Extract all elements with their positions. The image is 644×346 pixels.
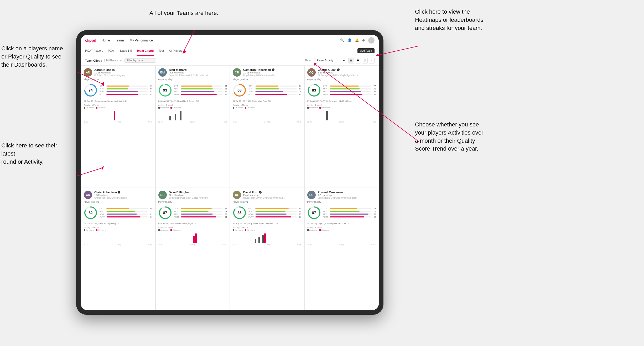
player-info: Dave Billingham Plus Handicap Sog Maging… [169, 191, 227, 199]
player-name[interactable]: David Ford ✓ [243, 191, 302, 194]
nav-teams[interactable]: Teams [115, 39, 124, 42]
stat-bar-bg [181, 94, 222, 95]
player-card[interactable]: CR Cameron Robertson ✓ 11-15 Handicap Ro… [230, 65, 304, 188]
ipad-screen: clippd Home Teams My Performance 🔍 👤 🔔 ⊕… [81, 35, 379, 310]
player-name[interactable]: Charlie Quick ✓ [318, 68, 376, 71]
player-handicap: 11-15 Handicap [94, 71, 153, 74]
stat-row: ARG 88 [174, 91, 227, 93]
quality-section[interactable]: 74 OTT 60 APP 58 ARG [84, 83, 153, 97]
tab-hcaps[interactable]: Hcaps 1-5 [119, 46, 132, 56]
quality-label: Player Quality ℹ [233, 78, 302, 81]
activity-legend: On course Off course [307, 229, 376, 231]
stat-bar-fill [181, 91, 214, 92]
stat-bar-fill [255, 211, 285, 212]
player-card[interactable]: DB Dave Billingham Plus Handicap Sog Mag… [155, 188, 230, 310]
stat-bar-fill [255, 208, 289, 209]
stat-value: 77 [372, 85, 376, 87]
stat-row: PUTT 86 [323, 93, 376, 96]
stat-value: 85 [223, 88, 227, 90]
stat-value: 85 [223, 213, 227, 215]
quality-section[interactable]: 68 OTT 61 APP 63 ARG [233, 83, 302, 97]
nav-my-performance[interactable]: My Performance [130, 39, 153, 42]
quality-section[interactable]: 85 OTT 89 APP 80 ARG [233, 206, 302, 220]
stat-bar-fill [255, 94, 287, 95]
quality-section[interactable]: 87 OTT 73 APP 79 ARG [307, 206, 376, 220]
stat-label: APP [323, 88, 329, 90]
legend-off-course: Off course [96, 229, 106, 231]
last-round[interactable]: 26 Aug 23 | 73 (+1), Royal North Devon G… [158, 99, 227, 102]
list-view-button[interactable]: ☰ [355, 58, 361, 63]
filter-input[interactable] [124, 58, 156, 63]
bell-icon[interactable]: 🔔 [355, 38, 359, 42]
last-round[interactable]: 02 Sep 23 | Sunset round to get back int… [84, 99, 153, 102]
player-handicap: 11-15 Handicap [243, 71, 302, 74]
quality-section[interactable]: 93 OTT 84 APP 85 ARG [158, 83, 227, 97]
quality-label: Player Quality ℹ [307, 78, 376, 81]
last-round[interactable]: 02 Jul 23 | 59 (+17), Craigmillar Park G… [233, 99, 302, 102]
activity-section: Activity · 1 Month On course Off course … [307, 104, 376, 123]
player-name[interactable]: Aaron Nicholls [94, 68, 153, 71]
last-round[interactable]: 03 Mar 23 | 19, Must make putting → [84, 221, 153, 225]
stat-label: PUTT [323, 93, 329, 96]
last-round[interactable]: 18 Jul 23 | 74 (+3), Sunningdale GC - Ol… [307, 221, 376, 225]
player-name[interactable]: Blair McHarg [169, 68, 227, 71]
activity-label: Activity · 1 Month [307, 226, 376, 229]
quality-section[interactable]: 82 OTT 60 APP 77 ARG [84, 206, 153, 220]
player-card[interactable]: BM Blair McHarg Plus Handicap Royal Nort… [155, 65, 230, 188]
stat-bar-bg [255, 91, 297, 92]
sort-button[interactable]: ↕ [369, 58, 375, 63]
tab-team-clippd[interactable]: Team Clippd [137, 46, 154, 56]
stat-bar-bg [255, 211, 297, 212]
circle-score-text: 74 [89, 88, 93, 92]
player-card[interactable]: CR Chris Robertson ✓ 1-5 Handicap Craigm… [81, 188, 155, 310]
settings-icon[interactable]: ⊕ [362, 38, 365, 42]
stat-bar-fill [255, 86, 278, 87]
tab-tour[interactable]: Tour [158, 46, 164, 56]
player-name[interactable]: Edward Crossman [318, 191, 376, 194]
player-card[interactable]: DF David Ford ✓ Plus Handicap Royal Nort… [230, 188, 304, 310]
avatar[interactable]: U [368, 37, 375, 44]
profile-icon[interactable]: 👤 [347, 38, 352, 42]
stat-label: ARG [174, 91, 180, 93]
player-name[interactable]: Dave Billingham [169, 191, 227, 194]
tab-all-players[interactable]: All Players [169, 46, 183, 56]
chart-bar [264, 233, 266, 243]
filter-button[interactable]: ▽ [362, 58, 368, 63]
tab-pgat[interactable]: PGAT Players [85, 46, 103, 56]
nav-home[interactable]: Home [101, 39, 110, 42]
stat-bar-fill [255, 91, 283, 92]
stat-value: 83 [298, 213, 302, 215]
quality-section[interactable]: 87 OTT 82 APP 74 ARG [158, 206, 227, 220]
last-round[interactable]: 07 Aug 23 | 77 (+7), St George's Hill GC… [307, 99, 376, 102]
stat-bar-fill [330, 216, 365, 217]
last-round[interactable]: 26 Aug 23 | 84 (+12), Royal North Devon … [233, 221, 302, 225]
activity-label: Activity · 1 Month [233, 226, 302, 229]
last-round[interactable]: 04 Sep 23 | Mobility with coach, Gym → [158, 221, 227, 225]
stat-row: APP 58 [100, 88, 153, 90]
avatar: BM [158, 68, 167, 77]
quality-section[interactable]: 83 OTT 77 APP 80 ARG [307, 83, 376, 97]
stat-value: 74 [223, 210, 227, 212]
circle-score-text: 82 [89, 211, 93, 215]
stat-row: ARG 103 [323, 213, 376, 215]
edit-icon[interactable]: ✏ [120, 59, 122, 62]
stat-row: APP 80 [323, 88, 376, 90]
player-club: St. George's Hill GC - Weybridge - Surre… [318, 74, 376, 77]
player-name[interactable]: Cameron Robertson ✓ [243, 68, 302, 71]
tab-pga[interactable]: PGA [108, 46, 114, 56]
add-team-button[interactable]: Add Team [357, 48, 375, 53]
last-round-arrow: → [276, 222, 278, 225]
stat-value: 79 [372, 210, 376, 212]
grid-view-button[interactable]: ⊞ [348, 58, 354, 63]
player-card[interactable]: CQ Charlie Quick ✓ 6-10 Handicap St. Geo… [304, 65, 379, 188]
chart-bar [255, 239, 256, 243]
search-icon[interactable]: 🔍 [340, 38, 344, 42]
stat-bar-bg [181, 211, 222, 212]
circle-score: 74 [84, 83, 97, 97]
show-select[interactable]: Player Activity Quality Score Trend [314, 58, 346, 63]
stat-label: PUTT [174, 93, 180, 96]
player-card[interactable]: EC Edward Crossman 1-5 Handicap Sunningd… [304, 188, 379, 310]
player-card[interactable]: AN Aaron Nicholls 11-15 Handicap Drift G… [81, 65, 155, 188]
player-name[interactable]: Chris Robertson ✓ [94, 191, 153, 194]
nav-logo[interactable]: clippd [85, 38, 96, 42]
